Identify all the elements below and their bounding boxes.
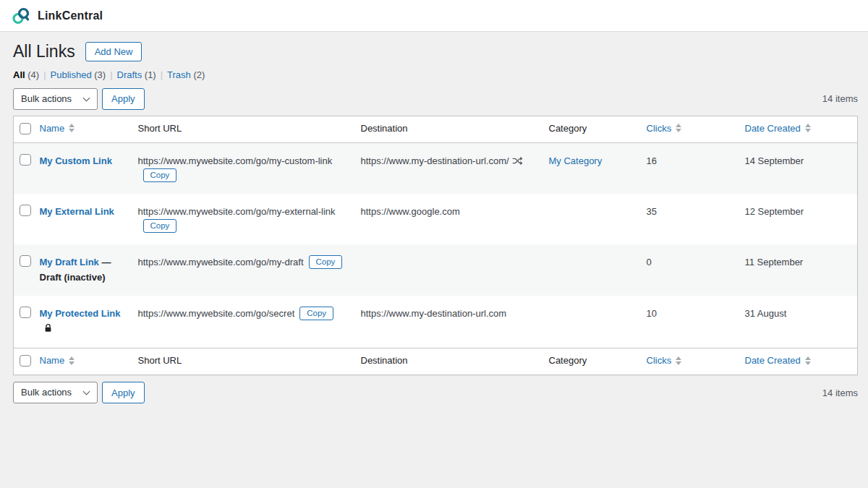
- filter-count: (2): [191, 69, 205, 80]
- date-created: 14 September: [738, 142, 858, 194]
- table-row: My Custom Link https://www.mywebsite.com…: [14, 142, 858, 194]
- sort-arrows-icon: [676, 124, 681, 132]
- bulk-actions-select[interactable]: Bulk actions: [13, 382, 98, 403]
- sort-by-clicks[interactable]: Clicks: [647, 355, 682, 366]
- sort-arrows-icon: [69, 356, 75, 365]
- clicks-count: 10: [639, 296, 738, 348]
- linkcentral-logo-icon: [12, 7, 30, 25]
- table-row: My External Link https://www.mywebsite.c…: [14, 194, 858, 244]
- sort-arrows-icon: [805, 124, 811, 132]
- copy-button[interactable]: Copy: [143, 168, 177, 182]
- date-created: 11 September: [738, 244, 858, 295]
- table-header: Name Short URL Destination Category Clic…: [14, 116, 858, 142]
- link-name[interactable]: My Draft Link: [40, 257, 99, 267]
- items-count: 14 items: [822, 93, 858, 104]
- app-title: LinkCentral: [38, 9, 103, 22]
- filter-all[interactable]: All: [13, 69, 25, 80]
- filter-count: (1): [142, 69, 156, 80]
- link-name[interactable]: My Custom Link: [40, 155, 112, 166]
- clicks-count: 16: [639, 142, 738, 194]
- select-all-checkbox[interactable]: [20, 355, 31, 367]
- category-link[interactable]: My Category: [549, 155, 603, 166]
- table-toolbar-top: Bulk actions Apply 14 items: [13, 88, 858, 110]
- sort-by-date-created[interactable]: Date Created: [745, 355, 811, 366]
- filter-count: (4): [25, 69, 40, 80]
- sort-arrows-icon: [805, 356, 811, 365]
- row-checkbox[interactable]: [20, 154, 31, 166]
- apply-button[interactable]: Apply: [102, 382, 145, 403]
- sort-arrows-icon: [69, 124, 75, 132]
- date-created: 31 August: [738, 296, 858, 348]
- sort-arrows-icon: [676, 356, 681, 365]
- column-category: Category: [542, 348, 639, 375]
- clicks-count: 35: [639, 194, 738, 244]
- short-url: https://www.mywebsite.com/go/secret: [138, 308, 295, 319]
- apply-button[interactable]: Apply: [102, 88, 145, 110]
- column-category: Category: [542, 116, 639, 142]
- link-name[interactable]: My Protected Link: [40, 308, 121, 319]
- destination-url: https://www.my-destination-url.com/: [361, 155, 509, 166]
- clicks-count: 0: [639, 244, 738, 295]
- status-filter-bar: All (4)|Published (3)|Drafts (1)|Trash (…: [13, 69, 858, 80]
- destination-url: https://www.my-destination-url.com: [361, 308, 507, 319]
- lock-icon: [43, 322, 53, 337]
- destination-url: https://www.google.com: [361, 206, 460, 217]
- copy-button[interactable]: Copy: [143, 219, 177, 233]
- sort-by-date-created[interactable]: Date Created: [745, 123, 811, 134]
- sort-by-name[interactable]: Name: [40, 123, 75, 134]
- row-checkbox[interactable]: [20, 205, 31, 216]
- bulk-actions-select[interactable]: Bulk actions: [13, 88, 98, 110]
- select-all-checkbox[interactable]: [20, 123, 31, 134]
- admin-content: All Links Add New All (4)|Published (3)|…: [13, 32, 858, 403]
- sort-by-clicks[interactable]: Clicks: [647, 123, 682, 134]
- row-checkbox[interactable]: [20, 307, 31, 318]
- short-url: https://www.mywebsite.com/go/my-external…: [138, 206, 336, 217]
- row-checkbox[interactable]: [20, 255, 31, 267]
- short-url: https://www.mywebsite.com/go/my-draft: [138, 257, 304, 267]
- filter-separator: |: [43, 69, 46, 80]
- items-count: 14 items: [822, 388, 858, 398]
- filter-published[interactable]: Published: [51, 69, 92, 80]
- links-table: Name Short URL Destination Category Clic…: [13, 116, 858, 375]
- table-toolbar-bottom: Bulk actions Apply 14 items: [13, 382, 858, 403]
- column-destination: Destination: [354, 116, 542, 142]
- date-created: 12 September: [738, 194, 858, 244]
- table-row: My Draft Link — Draft (inactive) https:/…: [14, 244, 858, 295]
- shuffle-icon: [512, 155, 523, 171]
- short-url: https://www.mywebsite.com/go/my-custom-l…: [138, 155, 333, 166]
- filter-separator: |: [161, 69, 163, 80]
- page-title: All Links: [13, 41, 75, 63]
- sort-by-name[interactable]: Name: [40, 355, 75, 366]
- filter-trash[interactable]: Trash: [167, 69, 191, 80]
- table-row: My Protected Link https://www.mywebsite.…: [14, 296, 858, 348]
- copy-button[interactable]: Copy: [299, 307, 333, 320]
- top-bar: LinkCentral: [0, 0, 868, 32]
- filter-separator: |: [110, 69, 112, 80]
- column-destination: Destination: [354, 348, 542, 375]
- link-name[interactable]: My External Link: [40, 206, 114, 217]
- copy-button[interactable]: Copy: [309, 255, 343, 269]
- add-new-button[interactable]: Add New: [85, 42, 142, 61]
- filter-drafts[interactable]: Drafts: [117, 69, 142, 80]
- column-short-url: Short URL: [131, 348, 354, 375]
- filter-count: (3): [92, 69, 106, 80]
- table-footer-header: Name Short URL Destination Category Clic…: [14, 348, 858, 375]
- column-short-url: Short URL: [131, 116, 354, 142]
